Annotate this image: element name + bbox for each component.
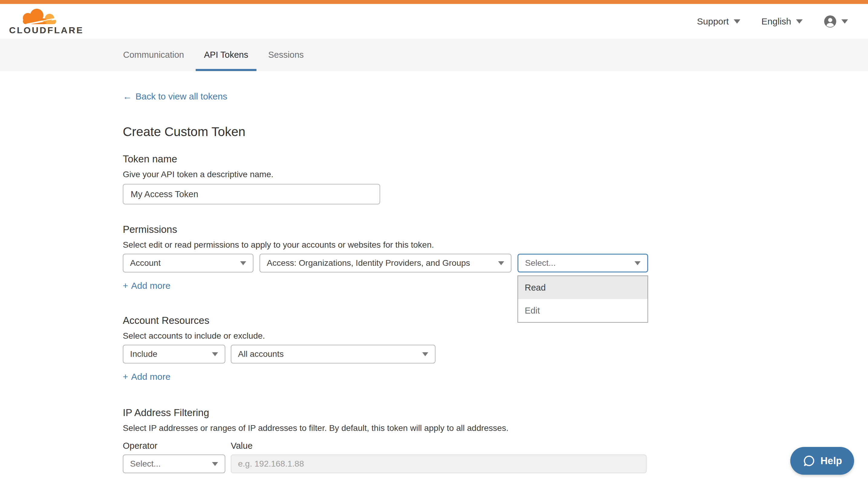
token-name-heading: Token name — [123, 153, 868, 165]
help-button[interactable]: Help — [790, 447, 854, 475]
chevron-down-icon — [841, 19, 848, 24]
page-title: Create Custom Token — [123, 124, 868, 139]
permissions-section: Permissions Select edit or read permissi… — [123, 224, 868, 291]
permissions-heading: Permissions — [123, 224, 868, 235]
ip-filtering-row: Select... — [123, 454, 868, 473]
account-resources-section: Account Resources Select accounts to inc… — [123, 315, 868, 382]
chevron-down-icon — [212, 352, 218, 356]
ip-operator-placeholder: Select... — [130, 459, 161, 469]
ip-operator-select[interactable]: Select... — [123, 454, 225, 473]
permissions-add-more-link[interactable]: + Add more — [123, 280, 170, 291]
tab-sessions[interactable]: Sessions — [260, 39, 312, 71]
chevron-down-icon — [796, 19, 803, 24]
header-actions: Support English — [697, 15, 848, 28]
permission-scope-select[interactable]: Account — [123, 254, 253, 272]
permission-resource-value: Access: Organizations, Identity Provider… — [267, 258, 470, 268]
permission-scope-value: Account — [130, 258, 161, 268]
support-label: Support — [697, 16, 729, 27]
chat-bubble-icon — [802, 454, 816, 468]
menu-option-edit[interactable]: Edit — [518, 299, 648, 322]
help-button-label: Help — [820, 455, 842, 467]
token-name-input[interactable] — [123, 184, 380, 204]
resource-mode-select[interactable]: Include — [123, 345, 225, 363]
value-label: Value — [231, 441, 252, 451]
account-resources-description: Select accounts to include or exclude. — [123, 331, 868, 341]
permissions-row: Account Access: Organizations, Identity … — [123, 254, 868, 272]
main-content: ← Back to view all tokens Create Custom … — [0, 71, 868, 473]
back-link-label: Back to view all tokens — [135, 90, 227, 102]
resource-mode-value: Include — [130, 349, 157, 359]
chevron-down-icon — [498, 261, 504, 265]
menu-option-read[interactable]: Read — [518, 276, 648, 299]
resource-accounts-value: All accounts — [238, 349, 284, 359]
permissions-description: Select edit or read permissions to apply… — [123, 240, 868, 250]
token-name-description: Give your API token a descriptive name. — [123, 169, 868, 180]
user-avatar-icon — [824, 15, 837, 28]
permission-resource-select[interactable]: Access: Organizations, Identity Provider… — [259, 254, 512, 272]
back-to-tokens-link[interactable]: ← Back to view all tokens — [123, 90, 227, 102]
account-resources-row: Include All accounts — [123, 345, 868, 363]
ip-filtering-section: IP Address Filtering Select IP addresses… — [123, 407, 868, 473]
operator-label: Operator — [123, 441, 231, 451]
tab-api-tokens[interactable]: API Tokens — [196, 39, 256, 71]
ip-value-input — [231, 454, 647, 473]
plus-icon: + — [123, 371, 128, 382]
tab-communication[interactable]: Communication — [115, 39, 192, 71]
resource-accounts-select[interactable]: All accounts — [231, 345, 435, 363]
cloudflare-wordmark: CLOUDFLARE — [9, 25, 84, 35]
account-resources-heading: Account Resources — [123, 315, 868, 326]
chevron-down-icon — [634, 261, 641, 265]
brand-accent-bar — [0, 0, 868, 4]
account-menu[interactable] — [824, 15, 848, 28]
permission-level-placeholder: Select... — [525, 258, 556, 268]
add-more-label: Add more — [131, 280, 170, 291]
chevron-down-icon — [422, 352, 428, 356]
header: CLOUDFLARE Support English — [0, 4, 868, 39]
ip-field-labels: Operator Value — [123, 441, 868, 451]
ip-filtering-heading: IP Address Filtering — [123, 407, 868, 418]
token-name-section: Token name Give your API token a descrip… — [123, 153, 868, 204]
support-menu[interactable]: Support — [697, 16, 740, 27]
cloudflare-logo[interactable]: CLOUDFLARE — [9, 7, 84, 35]
profile-tabbar: Communication API Tokens Sessions — [0, 39, 868, 71]
add-more-label: Add more — [131, 371, 170, 382]
account-resources-add-more-link[interactable]: + Add more — [123, 371, 170, 382]
back-arrow-icon: ← — [123, 90, 132, 102]
chevron-down-icon — [734, 19, 740, 24]
permission-level-menu: Read Edit — [518, 276, 648, 323]
ip-filtering-description: Select IP addresses or ranges of IP addr… — [123, 423, 868, 433]
chevron-down-icon — [212, 462, 218, 466]
language-label: English — [762, 16, 791, 27]
chevron-down-icon — [240, 261, 246, 265]
language-menu[interactable]: English — [762, 16, 803, 27]
permission-level-select[interactable]: Select... Read Edit — [518, 254, 648, 272]
plus-icon: + — [123, 280, 128, 291]
cloudflare-cloud-icon — [10, 7, 69, 27]
